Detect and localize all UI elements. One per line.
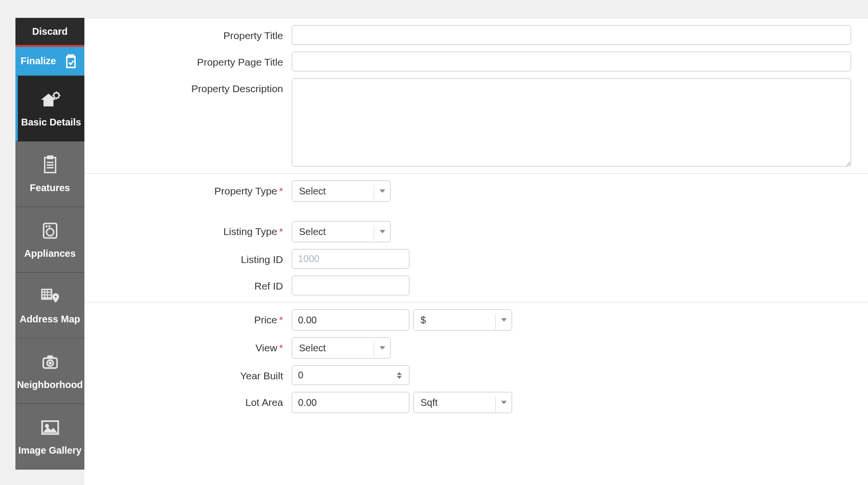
svg-point-6 [49,226,50,227]
sidebar-item-address-map[interactable]: Address Map [15,273,84,338]
finalize-label: Finalize [21,55,56,67]
property-page-title-label: Property Page Title [84,52,292,68]
year-built-label: Year Built [84,365,292,382]
price-input[interactable] [292,309,409,331]
sidebar-item-label: Appliances [24,248,76,259]
svg-point-11 [49,362,51,364]
view-select[interactable]: Select [292,337,391,359]
property-description-textarea[interactable] [292,78,851,166]
year-built-input[interactable] [292,365,409,385]
sidebar-item-label: Address Map [20,314,81,325]
number-spinner[interactable] [397,372,402,379]
lot-area-label: Lot Area [84,392,292,408]
currency-select[interactable]: $ [413,309,512,331]
chevron-down-icon [380,190,385,193]
ref-id-input[interactable] [292,276,409,295]
svg-point-8 [54,295,56,298]
sidebar-item-label: Image Gallery [18,445,81,456]
property-title-label: Property Title [84,25,292,42]
chevron-down-icon [501,401,507,404]
svg-point-5 [46,226,47,227]
lot-area-input[interactable] [292,392,409,413]
sidebar-item-appliances[interactable]: Appliances [15,207,84,273]
view-label: View* [84,337,292,354]
ref-id-label: Ref ID [84,276,292,292]
listing-type-select[interactable]: Select [292,221,391,242]
price-label: Price* [84,309,292,326]
listing-id-input[interactable] [292,249,409,269]
svg-point-13 [45,424,49,428]
property-page-title-input[interactable] [292,52,851,71]
clipboard-list-icon [40,154,61,176]
svg-point-4 [46,229,54,236]
chevron-down-icon [380,346,385,350]
discard-label: Discard [32,26,68,37]
washer-icon [40,220,61,241]
property-title-input[interactable] [292,25,851,45]
property-type-select[interactable]: Select [292,180,391,202]
form-panel: Property Title Property Page Title Prope… [84,18,868,485]
clipboard-check-icon [63,53,79,69]
home-gear-icon [41,89,62,110]
listing-id-label: Listing ID [84,249,292,265]
property-description-label: Property Description [84,78,292,95]
sidebar-item-label: Neighborhood [17,379,83,390]
map-marker-icon [40,286,61,307]
listing-type-label: Listing Type* [84,221,292,237]
chevron-down-icon [380,230,385,234]
property-type-label: Property Type* [84,180,292,197]
sidebar-item-neighborhood[interactable]: Neighborhood [15,338,84,404]
sidebar-item-image-gallery[interactable]: Image Gallery [15,404,84,470]
sidebar: Discard Finalize Basic Details Features [0,0,84,485]
finalize-button[interactable]: Finalize [15,47,84,76]
chevron-down-icon [501,319,507,322]
svg-rect-2 [47,155,53,159]
camera-target-icon [40,351,61,373]
picture-icon [40,417,61,438]
discard-button[interactable]: Discard [15,18,84,47]
sidebar-item-features[interactable]: Features [15,141,84,207]
sidebar-item-basic-details[interactable]: Basic Details [15,76,84,141]
lot-area-unit-select[interactable]: Sqft [413,392,512,413]
sidebar-item-label: Basic Details [21,117,81,128]
sidebar-item-label: Features [30,182,70,194]
